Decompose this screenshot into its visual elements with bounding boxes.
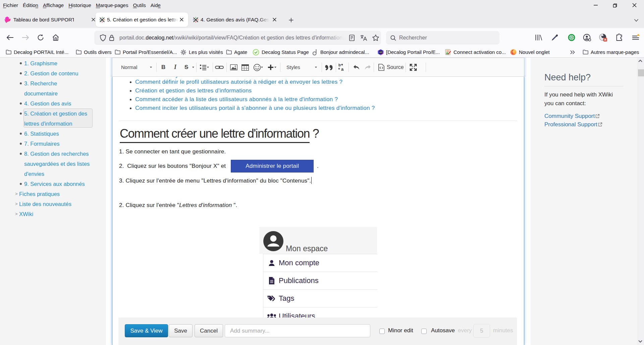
svg-text:b: b xyxy=(338,63,341,67)
svg-text:a: a xyxy=(341,67,344,72)
svg-text:B: B xyxy=(570,36,573,40)
svg-text:YT: YT xyxy=(379,51,382,53)
